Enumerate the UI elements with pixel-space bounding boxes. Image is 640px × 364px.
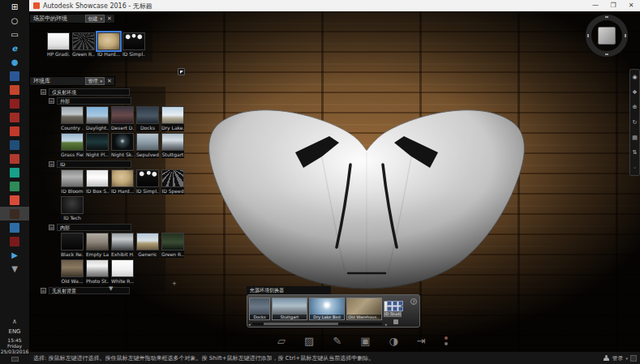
env-thumbnail[interactable] [61, 259, 84, 277]
chevron-down-icon[interactable]: ▾ [625, 356, 628, 361]
switcher-preset-button[interactable] [393, 306, 397, 311]
library-group-label[interactable]: 外部 [57, 97, 131, 105]
switcher-thumbnail[interactable]: Stuttgart [272, 298, 307, 320]
env-thumbnail[interactable] [161, 169, 184, 187]
maximize-button[interactable]: ❐ [604, 0, 622, 11]
gray-app-taskbar-item[interactable]: ▼ [0, 262, 29, 276]
powerpoint-app-taskbar-item[interactable] [0, 83, 29, 96]
green-app-taskbar-item[interactable] [0, 179, 29, 193]
orange-app-taskbar-item[interactable] [0, 193, 29, 207]
env-thumbnail[interactable] [111, 259, 134, 277]
switcher-preset-button[interactable] [398, 301, 403, 306]
environment-icon[interactable]: ▨ [304, 335, 314, 347]
library-group-label[interactable]: 仅反射环境 [49, 88, 130, 96]
env-thumbnail[interactable] [111, 133, 134, 151]
env-thumbnail[interactable] [86, 169, 109, 187]
search-taskbar-item[interactable]: ○ [0, 14, 29, 28]
environment-library-header[interactable]: 环境库 管理 ▾ ✕ [29, 76, 115, 86]
switcher-thumbnail[interactable]: Docks [249, 298, 270, 320]
switcher-preset-button[interactable] [393, 301, 397, 306]
edge-browser-taskbar-item[interactable]: e [0, 41, 29, 55]
env-thumbnail[interactable] [61, 133, 84, 151]
zoom-icon[interactable]: ⊕ [633, 104, 638, 110]
pan-hand-icon[interactable]: ❖ [632, 89, 637, 96]
env-thumbnail[interactable] [61, 196, 84, 214]
autocad-app-taskbar-item[interactable] [0, 110, 29, 124]
env-thumbnail[interactable] [61, 106, 84, 124]
task-view-taskbar-item[interactable]: ▭ [0, 28, 29, 41]
viewcube[interactable] [586, 15, 628, 57]
env-thumbnail[interactable] [136, 233, 159, 251]
env-thumbnail[interactable] [47, 32, 70, 50]
env-thumbnail[interactable] [86, 259, 109, 277]
visual-style-icon[interactable]: ◑ [389, 335, 398, 347]
collapse-toggle-icon[interactable]: − [41, 89, 46, 95]
blue-app-taskbar-item[interactable] [0, 221, 29, 234]
steering-wheel-icon[interactable]: ◉ [632, 74, 637, 80]
env-thumbnail[interactable] [161, 133, 184, 151]
red-app-taskbar-item[interactable] [0, 152, 29, 165]
env-thumbnail[interactable] [136, 169, 159, 187]
appearance-brush-icon[interactable]: ✎ [333, 335, 341, 347]
switcher-option-icon[interactable] [393, 319, 398, 324]
switcher-thumbnail[interactable]: Old Warehous... [346, 298, 382, 320]
camera-icon[interactable]: ▣ [360, 335, 370, 347]
adobe-app-taskbar-item[interactable] [0, 124, 29, 138]
photoshop-app-taskbar-item[interactable] [0, 138, 29, 152]
library-group-label[interactable]: 内部 [57, 224, 131, 231]
statusbar-extra-icon[interactable] [630, 355, 637, 362]
env-thumbnail[interactable] [111, 169, 134, 187]
collapse-toggle-icon[interactable]: − [49, 161, 54, 167]
env-thumbnail[interactable] [86, 106, 109, 124]
look-around-icon[interactable]: ▤ [632, 135, 638, 141]
close-button[interactable]: ✕ [622, 0, 640, 11]
scrollbar-thumb[interactable] [264, 323, 338, 325]
scene-panel-close-icon[interactable]: ✕ [105, 15, 114, 23]
env-thumbnail[interactable] [86, 233, 109, 251]
viewport[interactable]: 场景中的环境 创建 ▾ ✕ HP Gradi...Green R...ID Ha… [29, 11, 640, 352]
help-icon[interactable]: ? [410, 298, 417, 305]
more-tools-icon[interactable]: ◦ [633, 165, 636, 171]
switcher-scrollbar[interactable] [252, 323, 382, 325]
open-folder-icon[interactable]: ▱ [277, 335, 286, 347]
teal-app-taskbar-item[interactable] [0, 165, 29, 179]
env-thumbnail[interactable] [161, 233, 184, 251]
touch-keyboard-icon[interactable] [11, 357, 19, 362]
language-indicator[interactable]: ENG [0, 328, 29, 335]
env-thumbnail[interactable] [97, 32, 120, 50]
env-thumbnail[interactable] [161, 106, 184, 124]
minimize-button[interactable]: — [586, 0, 604, 11]
env-thumbnail[interactable] [111, 233, 134, 251]
create-menu-button[interactable]: 创建 ▾ [85, 15, 105, 23]
tray-clock[interactable]: 15:45 Friday 25/03/2016 [0, 337, 29, 354]
car-hood-model[interactable] [200, 88, 534, 297]
tray-expand-icon[interactable]: ∧ [0, 318, 29, 325]
viewcube-cube[interactable] [598, 27, 616, 45]
env-thumbnail[interactable] [61, 233, 84, 251]
env-thumbnail[interactable] [61, 169, 84, 187]
maroon-app-taskbar-item[interactable] [0, 234, 29, 248]
scroll-right-icon[interactable]: ▸ [385, 322, 388, 327]
env-thumbnail[interactable] [86, 133, 109, 151]
env-thumbnail[interactable] [136, 106, 159, 124]
env-thumbnail[interactable] [122, 32, 145, 50]
env-thumbnail[interactable] [136, 133, 159, 151]
switcher-preset-button[interactable] [398, 306, 403, 311]
walk-icon[interactable]: ⇅ [633, 149, 638, 156]
scroll-more-icon[interactable]: ▼ [109, 285, 113, 292]
collapse-toggle-icon[interactable]: − [49, 225, 54, 230]
env-thumbnail[interactable] [72, 32, 95, 50]
env-thumbnail[interactable] [111, 106, 134, 124]
collapse-toggle-icon[interactable]: − [49, 98, 54, 104]
orbit-icon[interactable]: ↻ [633, 119, 638, 126]
switcher-thumbnail[interactable]: Dry Lake Bed [309, 298, 345, 320]
signin-button[interactable]: 登录 [612, 354, 623, 362]
start-menu-taskbar-item[interactable]: ⊞ [0, 0, 29, 14]
library-group-label[interactable]: 无反射背景 [49, 287, 130, 294]
switcher-preset-button[interactable] [387, 306, 392, 311]
showcase-app-taskbar-item[interactable] [0, 207, 29, 221]
scroll-left-icon[interactable]: ◂ [248, 322, 251, 327]
library-panel-close-icon[interactable]: ✕ [105, 77, 114, 85]
collapse-toggle-icon[interactable]: − [41, 288, 46, 293]
word-app-taskbar-item[interactable] [0, 69, 29, 83]
